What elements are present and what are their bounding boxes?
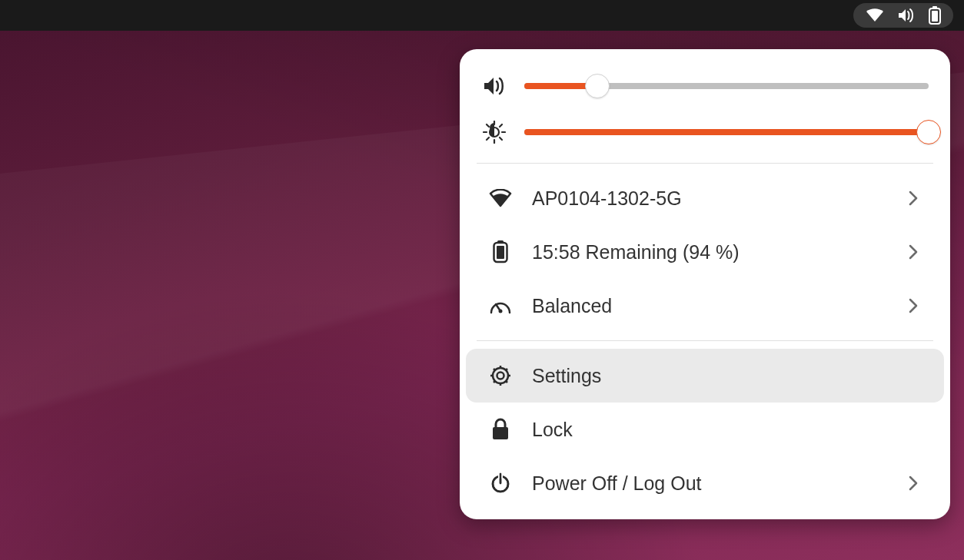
lock-icon [487, 418, 514, 441]
wifi-label: AP0104-1302-5G [532, 187, 886, 210]
svg-line-9 [500, 138, 502, 140]
chevron-right-icon [904, 191, 922, 206]
brightness-slider-row [460, 109, 950, 155]
svg-rect-27 [493, 427, 508, 439]
power-icon [487, 472, 514, 494]
volume-icon [898, 8, 915, 23]
svg-line-26 [506, 369, 508, 371]
lock-menu-item[interactable]: Lock [466, 403, 944, 456]
battery-icon [929, 6, 941, 25]
svg-line-25 [494, 381, 496, 383]
system-menu-panel: AP0104-1302-5G 15:58 Remaining (94 %) Ba… [460, 49, 950, 519]
volume-slider[interactable] [524, 74, 929, 98]
chevron-right-icon [904, 298, 922, 313]
power-off-menu-item[interactable]: Power Off / Log Out [466, 456, 944, 510]
volume-slider-row [460, 63, 950, 109]
battery-label: 15:58 Remaining (94 %) [532, 241, 886, 263]
wifi-icon [866, 8, 884, 22]
svg-line-24 [506, 381, 508, 383]
settings-label: Settings [532, 365, 922, 387]
system-tray[interactable] [853, 3, 953, 28]
divider [477, 163, 933, 164]
battery-menu-item[interactable]: 15:58 Remaining (94 %) [466, 225, 944, 279]
power-mode-label: Balanced [532, 295, 886, 317]
power-mode-menu-item[interactable]: Balanced [466, 279, 944, 333]
top-bar [0, 0, 964, 31]
svg-line-23 [494, 369, 496, 371]
svg-rect-14 [497, 246, 504, 259]
brightness-icon [481, 121, 507, 144]
gauge-icon [487, 296, 514, 316]
chevron-right-icon [904, 476, 922, 491]
svg-point-18 [497, 373, 504, 379]
svg-line-10 [487, 138, 489, 140]
chevron-right-icon [904, 244, 922, 260]
svg-line-11 [500, 124, 502, 127]
brightness-slider[interactable] [524, 120, 929, 144]
svg-line-16 [496, 304, 500, 311]
lock-label: Lock [532, 419, 922, 441]
power-off-label: Power Off / Log Out [532, 472, 886, 495]
wifi-icon [487, 189, 514, 207]
svg-rect-2 [932, 11, 938, 22]
volume-icon [481, 76, 507, 96]
svg-line-8 [487, 124, 489, 127]
divider [477, 340, 933, 341]
gear-icon [487, 364, 514, 387]
battery-icon [487, 240, 514, 263]
wifi-menu-item[interactable]: AP0104-1302-5G [466, 171, 944, 225]
settings-menu-item[interactable]: Settings [466, 349, 944, 403]
